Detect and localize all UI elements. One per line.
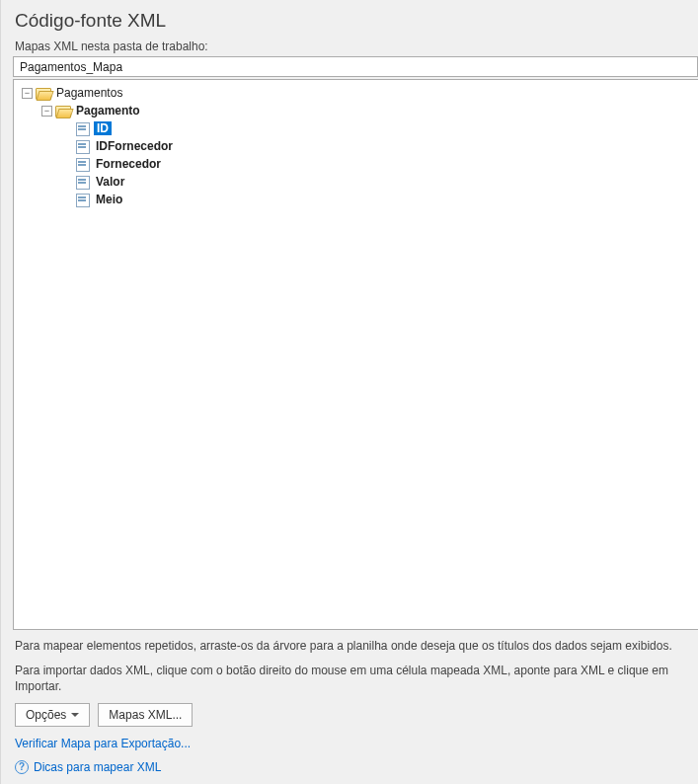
element-icon (75, 157, 91, 171)
tree-node-label: Valor (94, 175, 126, 189)
xml-map-select[interactable]: Pagamentos_Mapa (13, 56, 698, 77)
tree-node-child[interactable]: − Pagamento ID (41, 102, 696, 208)
hint-import-xml: Para importar dados XML, clique com o bo… (15, 663, 696, 694)
expand-spacer (61, 177, 72, 188)
tree-node-root[interactable]: − Pagamentos − Pagamento (22, 84, 696, 208)
expand-spacer (61, 159, 72, 170)
tree-node-label: IDFornecedor (94, 139, 175, 153)
element-icon (75, 121, 91, 135)
xml-map-selected-value: Pagamentos_Mapa (20, 60, 122, 74)
tree-node-element[interactable]: ID (61, 119, 696, 137)
tree-node-label: Meio (94, 193, 124, 206)
options-button-label: Opções (26, 708, 66, 722)
hint-repeat-elements: Para mapear elementos repetidos, arraste… (15, 638, 696, 654)
tree-node-element[interactable]: IDFornecedor (61, 137, 696, 155)
element-icon (75, 139, 91, 153)
folder-open-icon (55, 104, 71, 118)
maps-label: Mapas XML nesta pasta de trabalho: (15, 39, 698, 53)
tree-node-label: ID (94, 121, 112, 135)
chevron-down-icon (71, 713, 79, 717)
tree-node-element[interactable]: Meio (61, 191, 696, 208)
tree-node-label: Pagamento (74, 104, 142, 118)
element-icon (75, 193, 91, 206)
expand-spacer (61, 123, 72, 134)
expand-spacer (61, 141, 72, 152)
pane-title: Código-fonte XML (15, 10, 698, 32)
help-icon: ? (15, 760, 29, 774)
button-row: Opções Mapas XML... (15, 703, 698, 727)
xml-tips-link[interactable]: Dicas para mapear XML (34, 760, 161, 774)
xml-maps-button-label: Mapas XML... (109, 708, 182, 722)
tree-node-element[interactable]: Fornecedor (61, 155, 696, 173)
xml-source-pane: Código-fonte XML Mapas XML nesta pasta d… (0, 0, 698, 784)
verify-export-link[interactable]: Verificar Mapa para Exportação... (15, 737, 191, 750)
xml-maps-button[interactable]: Mapas XML... (98, 703, 193, 727)
tree-node-label: Fornecedor (94, 157, 163, 171)
expand-toggle[interactable]: − (22, 88, 33, 99)
folder-open-icon (36, 86, 51, 100)
expand-spacer (61, 195, 72, 205)
element-icon (75, 175, 91, 189)
options-button[interactable]: Opções (15, 703, 90, 727)
expand-toggle[interactable]: − (41, 106, 52, 117)
xml-tree[interactable]: − Pagamentos − Pagamento (13, 79, 698, 630)
tree-node-element[interactable]: Valor (61, 173, 696, 191)
tree-node-label: Pagamentos (54, 86, 124, 100)
